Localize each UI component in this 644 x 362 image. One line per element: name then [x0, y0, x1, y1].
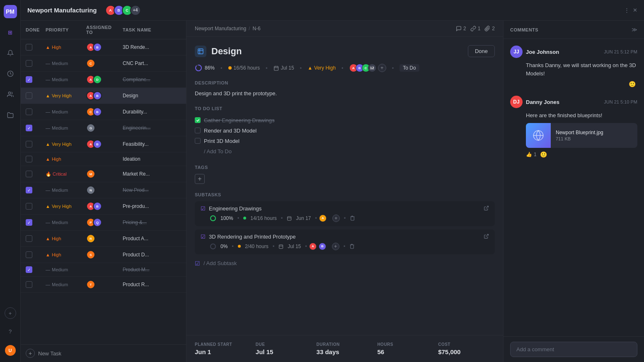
add-reaction-icon[interactable]: 🙂	[540, 151, 547, 158]
table-row[interactable]: ▲ High AB 3D Rende...	[21, 39, 186, 56]
footer-planned-start: PLANNED START Jun 1	[195, 342, 252, 355]
sidebar-item-home[interactable]: ⊞	[4, 26, 17, 39]
avatar: C	[86, 59, 95, 68]
subtask-icon: ☑	[201, 205, 206, 212]
table-row[interactable]: ✓ — Medium AD Complianc...	[21, 72, 186, 88]
avatar: D	[93, 75, 102, 84]
detail-panel: Newport Manufacturing / N-6 2 1	[186, 21, 503, 362]
more-options-icon[interactable]: ⋮	[624, 7, 629, 13]
todo-checkbox[interactable]	[195, 128, 201, 133]
subtask-add-assignee[interactable]: +	[332, 243, 339, 250]
task-checkbox[interactable]: ✓	[26, 219, 32, 226]
comment-author: Joe Johnson	[526, 49, 600, 55]
sidebar-item-people[interactable]	[4, 88, 17, 101]
todo-item[interactable]: Render and 3D Model	[195, 125, 495, 136]
table-row[interactable]: ▲ Very High AB Feasibility...	[21, 136, 186, 152]
task-checkbox[interactable]	[26, 109, 32, 115]
table-row[interactable]: ▲ Very High AB Pre-produ...	[21, 198, 186, 215]
table-row[interactable]: — Medium T Product R...	[21, 277, 186, 293]
subtask-assignee-avatar[interactable]: B	[319, 243, 326, 250]
new-task-button[interactable]: + New Task	[26, 349, 181, 358]
attachments-count[interactable]: 2	[484, 26, 495, 31]
table-row[interactable]: ✓ — Medium G Engineerin...	[21, 120, 186, 136]
sidebar-item-clock[interactable]	[4, 67, 17, 80]
comment-header: JJ Joe Johnson JUN 21 5:12 PM	[510, 46, 637, 58]
task-type-icon	[195, 46, 206, 57]
subtask-open-icon[interactable]	[484, 234, 489, 240]
todo-list: TO DO LIST Gather Engineering Drawings R…	[195, 106, 495, 157]
task-list-header: DONE PRIORITY ASSIGNED TO TASK NAME	[21, 21, 186, 39]
table-row[interactable]: ✓ — Medium N New Prod...	[21, 182, 186, 198]
sidebar-item-folder[interactable]	[4, 109, 17, 122]
subtask-add-assignee[interactable]: +	[332, 215, 340, 222]
table-row[interactable]: ✓ — Medium PQ Pricing &...	[21, 215, 186, 231]
sidebar-help-btn[interactable]: ?	[4, 325, 17, 338]
comment-count[interactable]: 2	[456, 26, 466, 31]
subtask-name[interactable]: 3D Rendering and Printed Prototype	[209, 234, 480, 240]
todo-checkbox[interactable]	[195, 138, 201, 144]
table-row[interactable]: ▲ High R Product A...	[21, 231, 186, 247]
table-row[interactable]: ▲ High S Product D...	[21, 247, 186, 263]
comment-input[interactable]	[510, 342, 637, 357]
add-tag-button[interactable]: +	[195, 174, 205, 184]
add-reaction-icon[interactable]: 🙂	[629, 81, 636, 87]
task-checkbox[interactable]	[26, 235, 32, 242]
table-row[interactable]: ▲ Very High AB Design	[21, 88, 186, 104]
sidebar-user-btn[interactable]: U	[4, 344, 17, 357]
meta-priority[interactable]: ▲ Very High	[307, 65, 336, 71]
comment-attachment[interactable]: Newport Blueprint.jpg 711 KB	[526, 123, 637, 148]
links-count[interactable]: 1	[470, 26, 481, 31]
description-text: Design and 3D print the prototype.	[195, 89, 495, 98]
task-checkbox[interactable]	[26, 203, 32, 210]
subtask-cal-icon	[278, 244, 283, 249]
svg-point-17	[211, 244, 215, 249]
subtask-open-icon[interactable]	[484, 205, 489, 212]
task-checkbox[interactable]: ✓	[26, 125, 32, 131]
task-checkbox[interactable]: ✓	[26, 76, 32, 83]
task-checkbox[interactable]: ✓	[26, 266, 32, 273]
svg-line-16	[486, 234, 488, 237]
subtask-assignee-avatar[interactable]: A	[319, 215, 327, 222]
table-row[interactable]: — Medium CB Durability...	[21, 104, 186, 120]
priority-badge: — Medium	[46, 188, 83, 193]
subtask-name[interactable]: Engineering Drawings	[209, 205, 480, 212]
task-checkbox[interactable]	[26, 60, 32, 67]
app-header: Newport Manufacturing A B C +4 ⋮ ✕	[21, 0, 644, 21]
task-checkbox[interactable]	[26, 92, 32, 99]
task-checkbox[interactable]	[26, 281, 32, 288]
table-row[interactable]: — Medium C CNC Part...	[21, 56, 186, 72]
col-header-task: TASK NAME	[123, 27, 181, 32]
task-checkbox[interactable]	[26, 44, 32, 51]
comments-expand-icon[interactable]: ≫	[632, 27, 637, 33]
task-checkbox[interactable]	[26, 251, 32, 258]
avatar-more[interactable]: +4	[130, 5, 141, 16]
table-row[interactable]: ✓ — Medium Product M...	[21, 263, 186, 277]
table-row[interactable]: 🔥 Critical M Market Re...	[21, 166, 186, 182]
task-name: Product A...	[123, 236, 181, 241]
add-subtask-button[interactable]: ☑ / Add Subtask	[195, 258, 495, 269]
task-checkbox[interactable]	[26, 171, 32, 177]
table-row[interactable]: ▲ High Ideation	[21, 152, 186, 166]
reaction-thumbsup[interactable]: 👍 1	[526, 152, 537, 157]
meta-status[interactable]: To Do	[399, 64, 419, 72]
priority-badge: ▲ High	[46, 45, 83, 50]
done-button[interactable]: Done	[468, 45, 495, 57]
add-todo-button[interactable]: / Add To Do	[195, 146, 495, 157]
assignee-avatar[interactable]: 12	[368, 64, 376, 72]
subtask-delete-icon[interactable]	[350, 215, 355, 221]
sidebar-add-btn[interactable]: +	[5, 307, 16, 319]
todo-item[interactable]: Print 3D Model	[195, 136, 495, 146]
task-checkbox[interactable]: ✓	[26, 187, 32, 193]
sidebar-item-notifications[interactable]	[4, 46, 17, 60]
add-assignee-button[interactable]: +	[378, 64, 386, 72]
col-header-priority: PRIORITY	[46, 27, 83, 32]
task-checkbox[interactable]	[26, 141, 32, 147]
subtask-delete-icon[interactable]	[349, 244, 355, 249]
avatar: N	[86, 186, 95, 195]
sidebar-logo[interactable]: PM	[4, 5, 17, 18]
todo-item[interactable]: Gather Engineering Drawings	[195, 115, 495, 125]
task-checkbox[interactable]	[26, 156, 32, 162]
close-icon[interactable]: ✕	[633, 7, 637, 13]
subtask-assignee-avatar[interactable]: A	[309, 243, 317, 250]
breadcrumb-project[interactable]: Newport Manufacturing	[195, 26, 246, 31]
